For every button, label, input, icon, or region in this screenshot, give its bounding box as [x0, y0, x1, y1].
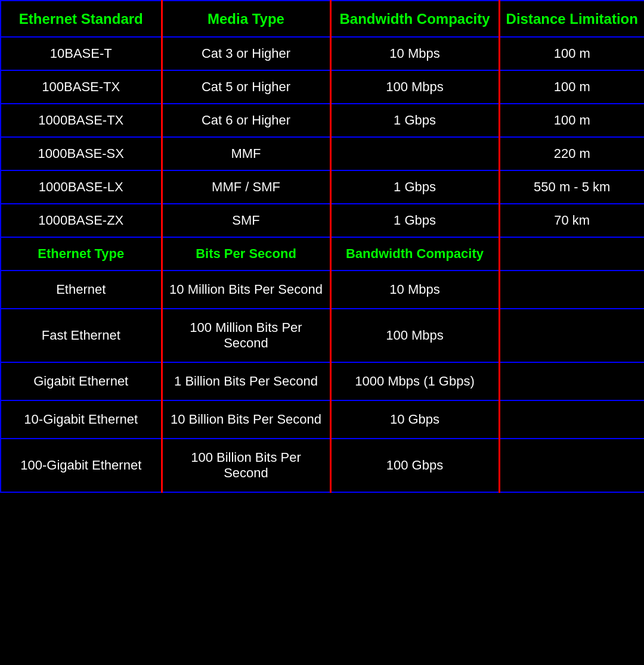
table-row: Ethernet 10 Million Bits Per Second 10 M…	[1, 271, 644, 309]
s1-r3-col1: 1000BASE-TX	[1, 104, 162, 137]
s2-header-col2: Bits Per Second	[162, 237, 330, 271]
table-row: 100-Gigabit Ethernet 100 Billion Bits Pe…	[1, 439, 644, 492]
s1-header-col3: Bandwidth Compacity	[330, 1, 499, 37]
table-row: Fast Ethernet 100 Million Bits Per Secon…	[1, 309, 644, 362]
s2-r1-col2: 10 Million Bits Per Second	[162, 271, 330, 309]
s2-header-col3: Bandwidth Compacity	[330, 237, 499, 271]
table-row: Gigabit Ethernet 1 Billion Bits Per Seco…	[1, 362, 644, 400]
s2-r3-col2: 1 Billion Bits Per Second	[162, 362, 330, 400]
s2-r4-col1: 10-Gigabit Ethernet	[1, 400, 162, 439]
s1-header-col1: Ethernet Standard	[1, 1, 162, 37]
s1-header-col4: Distance Limitation	[499, 1, 644, 37]
s1-r2-col3: 100 Mbps	[330, 70, 499, 104]
section1-header-row: Ethernet Standard Media Type Bandwidth C…	[1, 1, 644, 37]
s2-r4-col3: 10 Gbps	[330, 400, 499, 439]
section2-header-row: Ethernet Type Bits Per Second Bandwidth …	[1, 237, 644, 271]
s1-r3-col4: 100 m	[499, 104, 644, 137]
s1-r5-col4: 550 m - 5 km	[499, 170, 644, 204]
s2-r5-col1: 100-Gigabit Ethernet	[1, 439, 162, 492]
s2-r1-col1: Ethernet	[1, 271, 162, 309]
s1-r2-col1: 100BASE-TX	[1, 70, 162, 104]
s1-r4-col3	[330, 137, 499, 170]
s1-r1-col2: Cat 3 or Higher	[162, 37, 330, 70]
s2-r4-col4	[499, 400, 644, 439]
s2-r4-col2: 10 Billion Bits Per Second	[162, 400, 330, 439]
s1-r6-col3: 1 Gbps	[330, 204, 499, 237]
s2-r3-col1: Gigabit Ethernet	[1, 362, 162, 400]
table-row: 1000BASE-SX MMF 220 m	[1, 137, 644, 170]
s1-r2-col2: Cat 5 or Higher	[162, 70, 330, 104]
s2-r2-col4	[499, 309, 644, 362]
s1-r1-col4: 100 m	[499, 37, 644, 70]
s1-r6-col1: 1000BASE-ZX	[1, 204, 162, 237]
ethernet-table: Ethernet Standard Media Type Bandwidth C…	[0, 0, 644, 493]
s1-r5-col3: 1 Gbps	[330, 170, 499, 204]
s2-header-col1: Ethernet Type	[1, 237, 162, 271]
table-row: 1000BASE-TX Cat 6 or Higher 1 Gbps 100 m	[1, 104, 644, 137]
s2-header-col4	[499, 237, 644, 271]
s1-r1-col1: 10BASE-T	[1, 37, 162, 70]
s1-r6-col2: SMF	[162, 204, 330, 237]
table-row: 10-Gigabit Ethernet 10 Billion Bits Per …	[1, 400, 644, 439]
s2-r1-col3: 10 Mbps	[330, 271, 499, 309]
table-row: 100BASE-TX Cat 5 or Higher 100 Mbps 100 …	[1, 70, 644, 104]
s1-r2-col4: 100 m	[499, 70, 644, 104]
s1-r5-col2: MMF / SMF	[162, 170, 330, 204]
table-row: 10BASE-T Cat 3 or Higher 10 Mbps 100 m	[1, 37, 644, 70]
s1-r6-col4: 70 km	[499, 204, 644, 237]
s1-r4-col1: 1000BASE-SX	[1, 137, 162, 170]
s2-r5-col3: 100 Gbps	[330, 439, 499, 492]
s2-r2-col3: 100 Mbps	[330, 309, 499, 362]
s1-r3-col2: Cat 6 or Higher	[162, 104, 330, 137]
s1-r1-col3: 10 Mbps	[330, 37, 499, 70]
s2-r2-col2: 100 Million Bits Per Second	[162, 309, 330, 362]
s1-header-col2: Media Type	[162, 1, 330, 37]
s2-r1-col4	[499, 271, 644, 309]
table-row: 1000BASE-ZX SMF 1 Gbps 70 km	[1, 204, 644, 237]
main-table-wrapper: Ethernet Standard Media Type Bandwidth C…	[0, 0, 644, 493]
s1-r4-col4: 220 m	[499, 137, 644, 170]
s2-r2-col1: Fast Ethernet	[1, 309, 162, 362]
s2-r3-col4	[499, 362, 644, 400]
s1-r5-col1: 1000BASE-LX	[1, 170, 162, 204]
s2-r5-col4	[499, 439, 644, 492]
s1-r4-col2: MMF	[162, 137, 330, 170]
s1-r3-col3: 1 Gbps	[330, 104, 499, 137]
s2-r5-col2: 100 Billion Bits Per Second	[162, 439, 330, 492]
table-row: 1000BASE-LX MMF / SMF 1 Gbps 550 m - 5 k…	[1, 170, 644, 204]
s2-r3-col3: 1000 Mbps (1 Gbps)	[330, 362, 499, 400]
